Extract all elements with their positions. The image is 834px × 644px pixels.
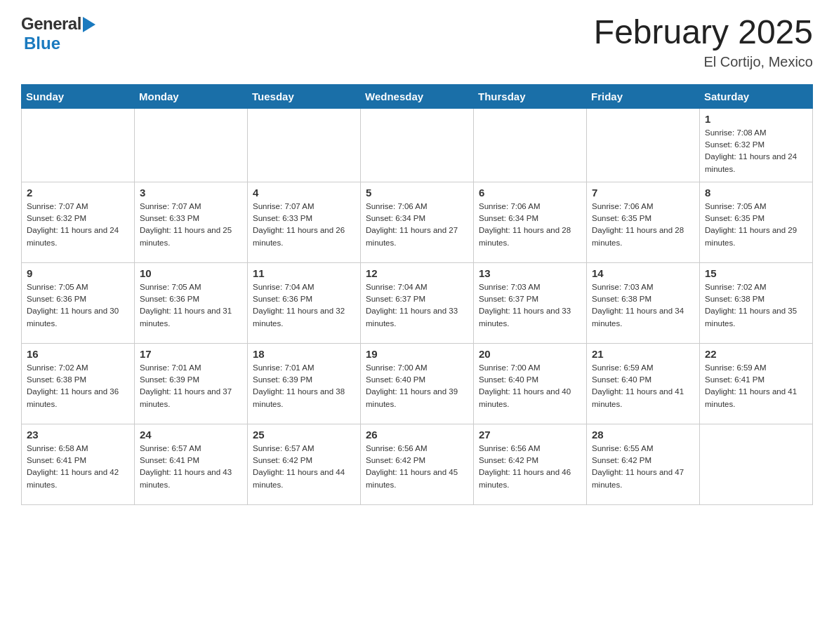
day-info: Sunrise: 7:05 AMSunset: 6:35 PMDaylight:… (705, 201, 807, 249)
day-number: 8 (705, 187, 807, 199)
day-number: 5 (366, 187, 468, 199)
day-info: Sunrise: 7:02 AMSunset: 6:38 PMDaylight:… (27, 362, 129, 410)
day-number: 9 (27, 267, 129, 279)
calendar-cell: 18Sunrise: 7:01 AMSunset: 6:39 PMDayligh… (248, 343, 361, 424)
day-number: 10 (140, 267, 242, 279)
day-header-monday: Monday (135, 84, 248, 108)
calendar-table: SundayMondayTuesdayWednesdayThursdayFrid… (21, 84, 813, 505)
day-number: 7 (592, 187, 694, 199)
day-number: 26 (366, 429, 468, 441)
calendar-week-3: 9Sunrise: 7:05 AMSunset: 6:36 PMDaylight… (22, 262, 813, 343)
day-number: 3 (140, 187, 242, 199)
calendar-cell (700, 424, 813, 504)
day-header-tuesday: Tuesday (248, 84, 361, 108)
calendar-cell (361, 108, 474, 182)
day-header-friday: Friday (587, 84, 700, 108)
day-info: Sunrise: 7:07 AMSunset: 6:32 PMDaylight:… (27, 201, 129, 249)
calendar-cell: 6Sunrise: 7:06 AMSunset: 6:34 PMDaylight… (474, 182, 587, 262)
day-info: Sunrise: 7:02 AMSunset: 6:38 PMDaylight:… (705, 281, 807, 330)
day-info: Sunrise: 7:00 AMSunset: 6:40 PMDaylight:… (479, 362, 581, 410)
day-number: 16 (27, 348, 129, 360)
calendar-cell: 17Sunrise: 7:01 AMSunset: 6:39 PMDayligh… (135, 343, 248, 424)
day-header-saturday: Saturday (700, 84, 813, 108)
day-info: Sunrise: 7:07 AMSunset: 6:33 PMDaylight:… (140, 201, 242, 249)
day-number: 17 (140, 348, 242, 360)
day-info: Sunrise: 7:06 AMSunset: 6:35 PMDaylight:… (592, 201, 694, 249)
day-number: 6 (479, 187, 581, 199)
calendar-cell: 25Sunrise: 6:57 AMSunset: 6:42 PMDayligh… (248, 424, 361, 504)
day-number: 23 (27, 429, 129, 441)
day-header-sunday: Sunday (22, 84, 135, 108)
day-number: 21 (592, 348, 694, 360)
logo-general-text: General (21, 14, 81, 34)
calendar-cell (22, 108, 135, 182)
day-info: Sunrise: 7:03 AMSunset: 6:38 PMDaylight:… (592, 281, 694, 330)
calendar-cell (248, 108, 361, 182)
calendar-cell: 20Sunrise: 7:00 AMSunset: 6:40 PMDayligh… (474, 343, 587, 424)
day-number: 2 (27, 187, 129, 199)
calendar-cell (474, 108, 587, 182)
day-info: Sunrise: 6:56 AMSunset: 6:42 PMDaylight:… (479, 443, 581, 491)
calendar-cell (587, 108, 700, 182)
day-number: 13 (479, 267, 581, 279)
day-number: 12 (366, 267, 468, 279)
calendar-header-row: SundayMondayTuesdayWednesdayThursdayFrid… (22, 84, 813, 108)
location: El Cortijo, Mexico (594, 54, 813, 70)
day-info: Sunrise: 7:08 AMSunset: 6:32 PMDaylight:… (705, 127, 807, 175)
day-info: Sunrise: 6:58 AMSunset: 6:41 PMDaylight:… (27, 443, 129, 491)
day-number: 24 (140, 429, 242, 441)
calendar-week-5: 23Sunrise: 6:58 AMSunset: 6:41 PMDayligh… (22, 424, 813, 504)
calendar-cell: 19Sunrise: 7:00 AMSunset: 6:40 PMDayligh… (361, 343, 474, 424)
day-number: 1 (705, 113, 807, 125)
calendar-cell: 5Sunrise: 7:06 AMSunset: 6:34 PMDaylight… (361, 182, 474, 262)
svg-marker-0 (83, 17, 95, 32)
day-number: 15 (705, 267, 807, 279)
calendar-cell: 12Sunrise: 7:04 AMSunset: 6:37 PMDayligh… (361, 262, 474, 343)
calendar-cell: 15Sunrise: 7:02 AMSunset: 6:38 PMDayligh… (700, 262, 813, 343)
day-info: Sunrise: 7:07 AMSunset: 6:33 PMDaylight:… (253, 201, 355, 249)
day-info: Sunrise: 6:57 AMSunset: 6:42 PMDaylight:… (253, 443, 355, 491)
calendar-cell: 2Sunrise: 7:07 AMSunset: 6:32 PMDaylight… (22, 182, 135, 262)
calendar-week-1: 1Sunrise: 7:08 AMSunset: 6:32 PMDaylight… (22, 108, 813, 182)
day-info: Sunrise: 6:59 AMSunset: 6:41 PMDaylight:… (705, 362, 807, 410)
day-header-wednesday: Wednesday (361, 84, 474, 108)
calendar-cell: 21Sunrise: 6:59 AMSunset: 6:40 PMDayligh… (587, 343, 700, 424)
day-number: 25 (253, 429, 355, 441)
calendar-cell: 13Sunrise: 7:03 AMSunset: 6:37 PMDayligh… (474, 262, 587, 343)
day-info: Sunrise: 7:00 AMSunset: 6:40 PMDaylight:… (366, 362, 468, 410)
day-info: Sunrise: 7:06 AMSunset: 6:34 PMDaylight:… (366, 201, 468, 249)
calendar-cell: 14Sunrise: 7:03 AMSunset: 6:38 PMDayligh… (587, 262, 700, 343)
calendar-cell: 7Sunrise: 7:06 AMSunset: 6:35 PMDaylight… (587, 182, 700, 262)
day-info: Sunrise: 6:56 AMSunset: 6:42 PMDaylight:… (366, 443, 468, 491)
day-info: Sunrise: 7:06 AMSunset: 6:34 PMDaylight:… (479, 201, 581, 249)
calendar-week-4: 16Sunrise: 7:02 AMSunset: 6:38 PMDayligh… (22, 343, 813, 424)
calendar-cell: 22Sunrise: 6:59 AMSunset: 6:41 PMDayligh… (700, 343, 813, 424)
title-block: February 2025 El Cortijo, Mexico (594, 14, 813, 70)
day-number: 28 (592, 429, 694, 441)
day-info: Sunrise: 7:05 AMSunset: 6:36 PMDaylight:… (27, 281, 129, 330)
day-header-thursday: Thursday (474, 84, 587, 108)
calendar-cell: 11Sunrise: 7:04 AMSunset: 6:36 PMDayligh… (248, 262, 361, 343)
page-header: General Blue February 2025 El Cortijo, M… (21, 14, 813, 70)
calendar-cell: 1Sunrise: 7:08 AMSunset: 6:32 PMDaylight… (700, 108, 813, 182)
calendar-cell (135, 108, 248, 182)
day-info: Sunrise: 7:04 AMSunset: 6:36 PMDaylight:… (253, 281, 355, 330)
calendar-cell: 26Sunrise: 6:56 AMSunset: 6:42 PMDayligh… (361, 424, 474, 504)
day-number: 4 (253, 187, 355, 199)
day-info: Sunrise: 6:57 AMSunset: 6:41 PMDaylight:… (140, 443, 242, 491)
day-number: 19 (366, 348, 468, 360)
day-number: 27 (479, 429, 581, 441)
calendar-cell: 23Sunrise: 6:58 AMSunset: 6:41 PMDayligh… (22, 424, 135, 504)
day-info: Sunrise: 7:01 AMSunset: 6:39 PMDaylight:… (253, 362, 355, 410)
day-number: 22 (705, 348, 807, 360)
month-title: February 2025 (594, 14, 813, 51)
calendar-week-2: 2Sunrise: 7:07 AMSunset: 6:32 PMDaylight… (22, 182, 813, 262)
calendar-cell: 9Sunrise: 7:05 AMSunset: 6:36 PMDaylight… (22, 262, 135, 343)
calendar-cell: 27Sunrise: 6:56 AMSunset: 6:42 PMDayligh… (474, 424, 587, 504)
logo-blue-text: Blue (24, 34, 60, 53)
calendar-cell: 10Sunrise: 7:05 AMSunset: 6:36 PMDayligh… (135, 262, 248, 343)
calendar-cell: 4Sunrise: 7:07 AMSunset: 6:33 PMDaylight… (248, 182, 361, 262)
day-info: Sunrise: 7:05 AMSunset: 6:36 PMDaylight:… (140, 281, 242, 330)
day-number: 20 (479, 348, 581, 360)
day-info: Sunrise: 7:03 AMSunset: 6:37 PMDaylight:… (479, 281, 581, 330)
